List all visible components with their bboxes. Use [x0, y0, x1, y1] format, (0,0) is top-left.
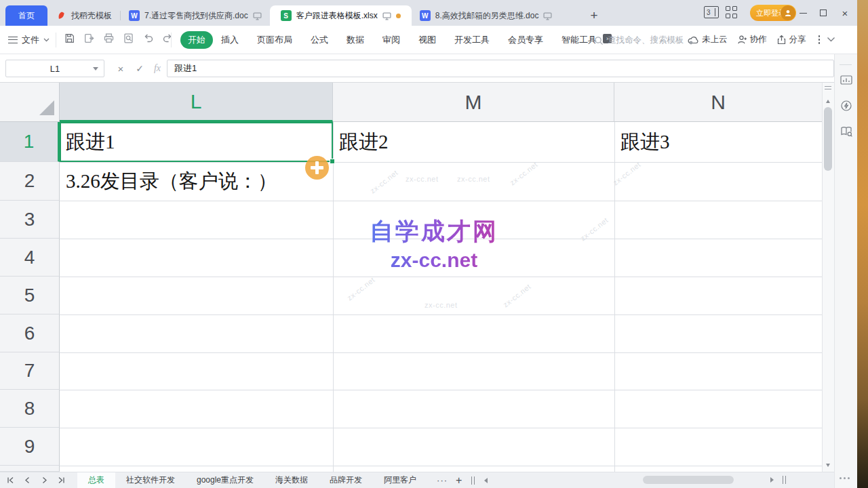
command-search[interactable]: 查找命令、搜索模板	[594, 35, 684, 46]
split-handle-icon[interactable]	[825, 86, 831, 89]
sidebar-more-icon[interactable]	[840, 477, 850, 479]
gridline	[60, 239, 822, 239]
ribbon-tab-home[interactable]: 开始	[180, 31, 213, 49]
tab-monitor-icon	[253, 12, 262, 20]
gridline	[60, 466, 822, 466]
tab-doc-8[interactable]: W 8.高效找邮箱的另类思维.doc	[412, 5, 561, 26]
sheet-tab-brand[interactable]: 品牌开发	[319, 472, 373, 488]
collaborate-button[interactable]: 协作	[737, 34, 767, 45]
maximize-button[interactable]	[816, 7, 830, 19]
horizontal-scrollbar-thumb[interactable]	[643, 476, 734, 484]
confirm-entry-button[interactable]: ✓	[132, 60, 148, 77]
redo-icon[interactable]	[162, 33, 174, 44]
sheet-tab-customs[interactable]: 海关数据	[264, 472, 319, 488]
name-box[interactable]: L1	[5, 60, 104, 77]
tab-split-handle[interactable]	[471, 476, 475, 485]
row-header-6[interactable]: 6	[0, 314, 60, 352]
add-sheet-button[interactable]: +	[456, 474, 462, 487]
collaborate-icon	[737, 35, 747, 45]
row-header-1[interactable]: 1	[0, 122, 60, 162]
collapse-ribbon-icon[interactable]	[827, 37, 835, 43]
scroll-left-icon[interactable]	[481, 478, 488, 483]
fx-icon[interactable]: fx	[149, 60, 165, 77]
prev-sheet-icon[interactable]	[24, 476, 31, 484]
row-header-7[interactable]: 7	[0, 352, 60, 390]
row-header-5[interactable]: 5	[0, 277, 60, 314]
login-button[interactable]: 立即登录	[750, 5, 796, 21]
export-icon[interactable]	[83, 33, 95, 44]
cell-N1[interactable]: 跟进3	[616, 123, 670, 161]
row-header-2[interactable]: 2	[0, 162, 60, 201]
docer-icon	[56, 10, 66, 21]
sheet-tab-main[interactable]: 总表	[77, 472, 115, 488]
desktop-wallpaper-strip	[857, 0, 868, 488]
new-tab-button[interactable]: +	[590, 9, 597, 22]
task-pane-icon[interactable]	[840, 73, 853, 87]
row-header-9[interactable]: 9	[0, 428, 60, 466]
split-screen-icon[interactable]: 3	[704, 6, 719, 18]
ribbon-tab-insert[interactable]: 插入	[221, 34, 239, 46]
minimize-button[interactable]	[796, 7, 810, 19]
smart-toolbox-icon[interactable]	[840, 99, 853, 113]
ribbon-tab-dev-tools[interactable]: 开发工具	[454, 34, 490, 46]
title-bar: 首页 找稻壳模板 W 7.通过零售商找到供应商.doc S 客户跟进表格模板.x…	[0, 0, 868, 26]
ribbon-tab-formulas[interactable]: 公式	[311, 34, 328, 46]
ribbon-tab-review[interactable]: 审阅	[382, 34, 400, 46]
search-icon	[594, 36, 604, 45]
next-sheet-icon[interactable]	[41, 476, 48, 484]
ribbon-tab-data[interactable]: 数据	[347, 34, 364, 46]
ribbon-tab-smart-tools[interactable]: 智能工具	[561, 34, 597, 46]
tab-doc-7[interactable]: W 7.通过零售商找到供应商.doc	[121, 5, 270, 26]
cloud-status[interactable]: 未上云	[688, 34, 728, 45]
tab-docer-template[interactable]: 找稻壳模板	[47, 5, 120, 26]
cancel-entry-button[interactable]: ×	[113, 60, 129, 77]
fill-handle[interactable]	[330, 159, 335, 164]
sheet-list-icon[interactable]: ···	[437, 475, 448, 485]
vertical-scrollbar-thumb[interactable]	[824, 107, 832, 171]
cell-M1[interactable]: 跟进2	[334, 123, 389, 161]
select-all-corner[interactable]	[0, 83, 60, 122]
row-header-8[interactable]: 8	[0, 390, 60, 428]
tab-label: 7.通过零售商找到供应商.doc	[144, 10, 248, 22]
undo-icon[interactable]	[142, 33, 154, 44]
tab-label: 找稻壳模板	[71, 10, 112, 22]
file-menu[interactable]: 文件	[8, 34, 50, 46]
name-box-caret-icon[interactable]	[93, 67, 98, 73]
ribbon-tab-view[interactable]: 视图	[418, 34, 436, 46]
scroll-up-icon[interactable]	[826, 98, 830, 103]
column-header-M[interactable]: M	[333, 83, 614, 122]
gridline	[60, 314, 822, 315]
writer-icon: W	[420, 10, 431, 21]
close-button[interactable]: ×	[838, 7, 852, 19]
print-preview-icon[interactable]	[123, 33, 134, 44]
row-header-10-partial[interactable]	[0, 466, 60, 472]
first-sheet-icon[interactable]	[7, 476, 14, 484]
ribbon-tab-page-layout[interactable]: 页面布局	[257, 34, 292, 46]
print-icon[interactable]	[103, 33, 115, 44]
more-vertical-icon[interactable]	[818, 35, 821, 44]
row-header-3[interactable]: 3	[0, 201, 60, 239]
workspace-grid-icon[interactable]	[726, 6, 738, 18]
column-header-N[interactable]: N	[614, 83, 822, 122]
sheet-tab-social[interactable]: 社交软件开发	[115, 472, 186, 488]
avatar	[781, 5, 795, 20]
save-icon[interactable]	[64, 33, 75, 44]
sheet-tab-google[interactable]: google重点开发	[186, 472, 264, 488]
sheet-tab-alibaba[interactable]: 阿里客户	[373, 472, 427, 488]
cell-L2[interactable]: 3.26发目录（客户说：）	[61, 163, 277, 201]
formula-input[interactable]: 跟进1	[167, 60, 834, 77]
tab-monitor-icon	[543, 12, 552, 20]
last-sheet-icon[interactable]	[58, 476, 65, 484]
reading-assistant-icon[interactable]	[840, 125, 853, 138]
scroll-down-icon[interactable]	[826, 464, 830, 469]
tab-split-handle[interactable]	[783, 476, 786, 484]
active-cell-selection	[60, 122, 333, 162]
tab-active-spreadsheet[interactable]: S 客户跟进表格模板.xlsx	[270, 5, 412, 26]
row-header-4[interactable]: 4	[0, 239, 60, 277]
scroll-right-icon[interactable]	[770, 477, 776, 483]
column-header-L[interactable]: L	[60, 83, 333, 122]
share-button[interactable]: 分享	[776, 34, 806, 45]
ribbon-tab-member[interactable]: 会员专享	[508, 34, 543, 46]
home-tab[interactable]: 首页	[5, 5, 47, 26]
unsaved-dot	[396, 14, 401, 18]
